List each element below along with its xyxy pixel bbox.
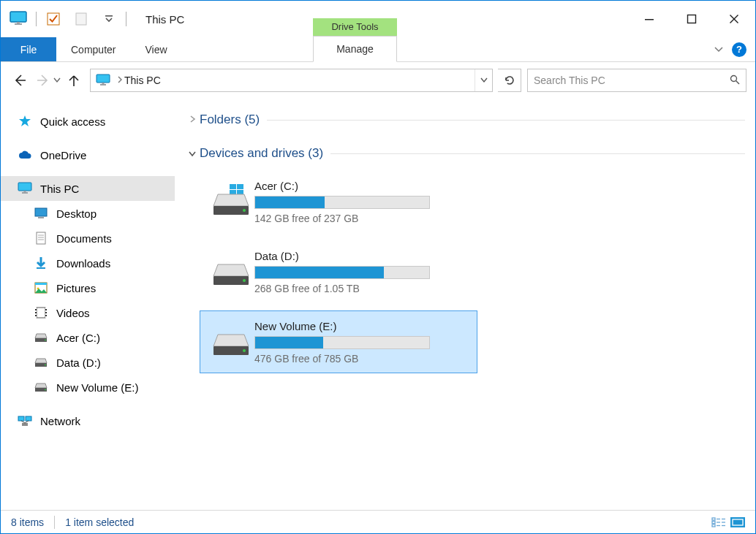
- sidebar-item-label: New Volume (E:): [56, 381, 139, 394]
- cloud-icon: [17, 147, 33, 163]
- svg-rect-51: [230, 184, 236, 189]
- sidebar-item-quick-access[interactable]: Quick access: [1, 109, 175, 134]
- nav-up-button[interactable]: [64, 70, 84, 91]
- sidebar-item-documents[interactable]: Documents: [1, 226, 175, 251]
- svg-rect-36: [45, 308, 47, 309]
- sidebar-item-label: Acer (C:): [56, 332, 100, 344]
- svg-rect-20: [38, 217, 44, 218]
- svg-rect-21: [37, 232, 45, 244]
- svg-rect-27: [35, 283, 47, 285]
- view-details-icon[interactable]: [711, 516, 726, 528]
- address-dropdown-icon[interactable]: [475, 69, 492, 91]
- address-bar[interactable]: This PC: [90, 69, 493, 92]
- drive-item[interactable]: New Volume (E:) 476 GB free of 785 GB: [200, 310, 477, 373]
- ribbon-collapse-icon[interactable]: [714, 45, 723, 54]
- sidebar-item-label: Data (D:): [56, 356, 101, 369]
- breadcrumb-location[interactable]: This PC: [124, 75, 161, 86]
- section-folders-label: Folders (5): [200, 112, 260, 127]
- section-folders[interactable]: Folders (5): [185, 109, 745, 131]
- svg-rect-32: [35, 308, 37, 309]
- svg-rect-6: [105, 15, 113, 17]
- svg-rect-5: [76, 13, 86, 25]
- sidebar-item-label: Downloads: [56, 257, 110, 270]
- sidebar-item-label: Documents: [56, 232, 112, 245]
- drive-usage-bar: [254, 266, 430, 279]
- qat-new-folder-icon[interactable]: [69, 7, 94, 31]
- sidebar-item-onedrive[interactable]: OneDrive: [1, 142, 175, 167]
- monitor-icon: [95, 72, 111, 88]
- drive-name: New Volume (E:): [254, 320, 469, 332]
- svg-line-15: [736, 80, 740, 84]
- svg-rect-37: [45, 310, 47, 312]
- network-icon: [17, 413, 33, 429]
- help-icon[interactable]: ?: [732, 42, 746, 57]
- svg-line-10: [730, 15, 738, 23]
- refresh-button[interactable]: [498, 69, 521, 92]
- qat-separator-2: [126, 12, 126, 26]
- sidebar-item-downloads[interactable]: Downloads: [1, 251, 175, 275]
- drive-usage-bar: [254, 196, 430, 209]
- image-icon: [33, 280, 49, 296]
- drive-item[interactable]: Acer (C:) 142 GB free of 237 GB: [200, 170, 477, 233]
- sidebar-item-acer-c-[interactable]: Acer (C:): [1, 325, 175, 350]
- ribbon-file-menu[interactable]: File: [1, 37, 56, 61]
- star-icon: [17, 113, 33, 129]
- close-button[interactable]: [713, 1, 755, 37]
- nav-forward-button[interactable]: [33, 70, 53, 91]
- drive-name: Data (D:): [254, 250, 469, 262]
- search-input[interactable]: [534, 75, 730, 86]
- sidebar-item-data-d-[interactable]: Data (D:): [1, 350, 175, 375]
- contextual-group-label: Drive Tools: [313, 18, 397, 36]
- svg-point-60: [243, 349, 246, 352]
- sidebar-item-network[interactable]: Network: [1, 408, 175, 433]
- sidebar-item-this-pc[interactable]: This PC: [1, 176, 175, 201]
- nav-back-button[interactable]: [10, 70, 30, 91]
- ribbon-tab-computer[interactable]: Computer: [56, 37, 130, 61]
- svg-point-58: [243, 279, 246, 282]
- view-large-icons-icon[interactable]: [730, 516, 745, 528]
- search-icon[interactable]: [730, 75, 740, 87]
- qat-properties-icon[interactable]: [41, 7, 66, 31]
- drive-free-text: 142 GB free of 237 GB: [254, 213, 469, 224]
- app-icon: [7, 7, 31, 31]
- drive-item[interactable]: Data (D:) 268 GB free of 1.05 TB: [200, 240, 477, 303]
- search-box[interactable]: [527, 69, 746, 92]
- download-icon: [33, 255, 49, 271]
- drive-icon: [33, 354, 49, 370]
- drive-icon: [208, 324, 254, 359]
- svg-rect-7: [645, 19, 654, 20]
- sidebar-item-label: Pictures: [56, 282, 96, 294]
- ribbon-tab-manage[interactable]: Manage: [313, 36, 397, 62]
- svg-point-45: [45, 389, 46, 391]
- svg-point-41: [45, 340, 46, 341]
- sidebar-item-desktop[interactable]: Desktop: [1, 201, 175, 226]
- svg-rect-63: [712, 525, 715, 527]
- ribbon-tab-view[interactable]: View: [130, 37, 181, 61]
- svg-rect-12: [100, 84, 106, 85]
- section-drives[interactable]: Devices and drives (3): [185, 142, 745, 164]
- status-selection-count: 1 item selected: [65, 516, 134, 528]
- maximize-button[interactable]: [670, 1, 713, 37]
- svg-rect-48: [22, 423, 28, 426]
- sidebar-item-pictures[interactable]: Pictures: [1, 275, 175, 300]
- status-item-count: 8 items: [11, 516, 44, 528]
- sidebar-item-label: Videos: [56, 307, 90, 319]
- drive-free-text: 268 GB free of 1.05 TB: [254, 283, 469, 294]
- svg-point-56: [243, 209, 246, 212]
- svg-rect-35: [35, 316, 37, 318]
- drive-usage-bar: [254, 336, 430, 349]
- svg-rect-13: [102, 83, 105, 84]
- svg-rect-3: [17, 22, 20, 23]
- nav-history-dropdown[interactable]: [53, 76, 61, 85]
- sidebar-item-new-volume-e-[interactable]: New Volume (E:): [1, 375, 175, 400]
- svg-rect-31: [45, 308, 47, 318]
- sidebar-item-label: OneDrive: [40, 149, 86, 161]
- sidebar-item-videos[interactable]: Videos: [1, 300, 175, 325]
- svg-rect-33: [35, 310, 37, 312]
- svg-point-14: [731, 75, 737, 81]
- qat-customize-icon[interactable]: [97, 7, 121, 31]
- drive-icon: [33, 379, 49, 395]
- minimize-button[interactable]: [628, 1, 670, 37]
- sidebar-item-label: Network: [40, 415, 80, 427]
- breadcrumb-chevron-icon[interactable]: [116, 75, 124, 85]
